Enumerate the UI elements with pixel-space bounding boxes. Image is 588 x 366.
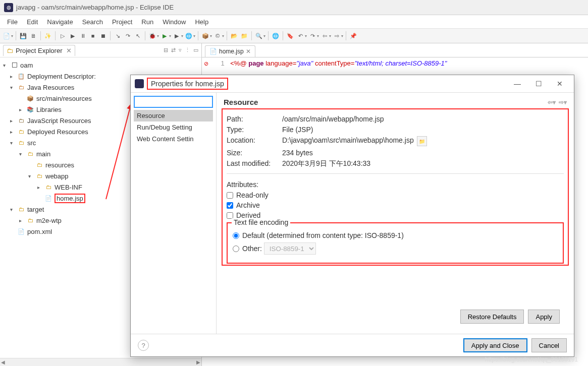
minimize-button[interactable]: — bbox=[507, 77, 527, 91]
encoding-title: Text file encoding bbox=[232, 218, 290, 226]
step-over-icon[interactable]: ↷ bbox=[123, 31, 132, 40]
back-icon[interactable]: ⇦ bbox=[320, 31, 329, 40]
menu-search[interactable]: Search bbox=[78, 17, 107, 27]
menu-run[interactable]: Run bbox=[137, 17, 157, 27]
nav-run-debug[interactable]: Run/Debug Setting bbox=[134, 121, 213, 133]
prev-edit-icon[interactable]: ↶ bbox=[296, 31, 305, 40]
path-label: Path: bbox=[227, 115, 282, 123]
type-value: File (JSP) bbox=[282, 126, 313, 134]
restore-defaults-button[interactable]: Restore Defaults bbox=[460, 310, 524, 324]
menu-window[interactable]: Window bbox=[158, 17, 190, 27]
apply-button[interactable]: Apply bbox=[528, 310, 560, 324]
window-title: javapg - oam/src/main/webapp/home.jsp - … bbox=[16, 4, 174, 11]
bookmark-icon[interactable]: 🔖 bbox=[286, 31, 295, 40]
deployed-icon: 🗀 bbox=[17, 128, 25, 136]
step-return-icon[interactable]: ↖ bbox=[133, 31, 142, 40]
encoding-other-label: Other: bbox=[242, 245, 262, 253]
archive-label: Archive bbox=[236, 201, 260, 209]
folder-icon: 🗀 bbox=[35, 161, 43, 169]
jsp-file-icon: 📄 bbox=[209, 48, 217, 55]
menu-bar: File Edit Navigate Search Project Run Wi… bbox=[0, 15, 588, 28]
error-icon: ⊘ bbox=[204, 60, 208, 67]
next-edit-icon[interactable]: ↷ bbox=[308, 31, 317, 40]
readonly-label: Read-only bbox=[236, 191, 269, 199]
tree-project-oam[interactable]: ▾🞎oam bbox=[0, 59, 201, 71]
editor-tab-home-jsp[interactable]: 📄 home.jsp ✕ bbox=[205, 45, 255, 57]
run-server-icon[interactable]: 🌐 bbox=[184, 31, 193, 40]
menu-file[interactable]: File bbox=[3, 17, 22, 27]
disconnect-icon[interactable]: ⏹ bbox=[98, 31, 108, 40]
new-pkg-icon[interactable]: 📦 bbox=[201, 31, 210, 40]
web-icon[interactable]: 🌐 bbox=[271, 31, 280, 40]
menu-project[interactable]: Project bbox=[108, 17, 136, 27]
window-titlebar: ◍ javapg - oam/src/main/webapp/home.jsp … bbox=[0, 0, 588, 15]
save-all-icon[interactable]: 🗎 bbox=[29, 31, 38, 40]
attributes-label: Attributes: bbox=[227, 180, 282, 189]
skip-icon[interactable]: ▷ bbox=[58, 31, 67, 40]
save-icon[interactable]: 💾 bbox=[19, 31, 28, 40]
location-value: D:\javapg\oam\src\main\webapp\home.jsp bbox=[282, 136, 414, 146]
debug-icon[interactable]: 🐞 bbox=[148, 31, 157, 40]
filter-icon[interactable]: ▿ bbox=[179, 47, 182, 53]
project-explorer-tab[interactable]: 🗀 Project Explorer ✕ bbox=[3, 45, 75, 56]
modified-value: 2020年3月9日 下午10:43:33 bbox=[282, 159, 370, 168]
cancel-button[interactable]: Cancel bbox=[531, 338, 567, 352]
close-tab-icon[interactable]: ✕ bbox=[66, 47, 72, 54]
step-into-icon[interactable]: ↘ bbox=[113, 31, 122, 40]
project-explorer-title: Project Explorer bbox=[16, 47, 62, 54]
collapse-all-icon[interactable]: ⊟ bbox=[164, 47, 168, 53]
tree-scrollbar[interactable]: ◀▶ bbox=[0, 358, 201, 366]
open-type-icon[interactable]: 📁 bbox=[240, 31, 249, 40]
nav-web-content[interactable]: Web Content Settin bbox=[134, 133, 213, 145]
forward-icon[interactable]: ⇨ bbox=[332, 31, 341, 40]
dialog-content: Resource ⇦▾ ⇨▾ Path:/oam/src/main/webapp… bbox=[217, 93, 574, 334]
wand-icon[interactable]: ✨ bbox=[43, 31, 52, 40]
location-label: Location: bbox=[227, 136, 282, 146]
new-icon[interactable]: 📄 bbox=[2, 31, 11, 40]
open-icon[interactable]: 📂 bbox=[230, 31, 239, 40]
encoding-select[interactable]: ISO-8859-1 bbox=[264, 242, 316, 255]
new-class-icon[interactable]: © bbox=[213, 31, 222, 40]
help-icon[interactable]: ? bbox=[138, 340, 149, 351]
eclipse-icon bbox=[135, 79, 144, 88]
descriptor-icon: 📋 bbox=[17, 72, 25, 80]
path-value: /oam/src/main/webapp/home.jsp bbox=[282, 115, 384, 123]
js-icon: 🗀 bbox=[17, 116, 25, 125]
menu-navigate[interactable]: Navigate bbox=[43, 17, 77, 27]
properties-dialog: Properties for home.jsp — ☐ ✕ Resource R… bbox=[130, 75, 574, 357]
dialog-nav: Resource Run/Debug Setting Web Content S… bbox=[131, 93, 217, 334]
minimize-icon[interactable]: ▭ bbox=[193, 47, 198, 53]
encoding-default-radio[interactable] bbox=[233, 232, 239, 239]
derived-checkbox[interactable] bbox=[227, 212, 233, 219]
watermark: https://blog.csdn.net/qq_38135191 bbox=[485, 356, 578, 363]
encoding-other-radio[interactable] bbox=[233, 246, 239, 252]
search-icon[interactable]: 🔍 bbox=[254, 31, 263, 40]
section-heading: Resource bbox=[224, 98, 258, 106]
pause-icon[interactable]: ⏸ bbox=[78, 31, 87, 40]
link-editor-icon[interactable]: ⇄ bbox=[171, 47, 176, 53]
coverage-icon[interactable]: ▶ bbox=[172, 31, 181, 40]
pin-icon[interactable]: 📌 bbox=[349, 31, 358, 40]
explorer-icon: 🗀 bbox=[7, 47, 14, 54]
menu-help[interactable]: Help bbox=[191, 17, 212, 27]
apply-and-close-button[interactable]: Apply and Close bbox=[463, 338, 527, 352]
view-menu-icon[interactable]: ⋮ bbox=[185, 47, 190, 53]
folder-icon: 🗀 bbox=[26, 216, 34, 224]
back-arrow-icon[interactable]: ⇦▾ bbox=[548, 99, 556, 106]
show-in-explorer-button[interactable]: 📁 bbox=[417, 136, 427, 146]
maximize-button[interactable]: ☐ bbox=[528, 77, 549, 91]
resume-icon[interactable]: ▶ bbox=[68, 31, 77, 40]
dialog-titlebar[interactable]: Properties for home.jsp — ☐ ✕ bbox=[131, 75, 574, 92]
run-icon[interactable]: ▶ bbox=[160, 31, 169, 40]
size-label: Size: bbox=[227, 149, 282, 157]
menu-edit[interactable]: Edit bbox=[23, 17, 42, 27]
close-button[interactable]: ✕ bbox=[550, 77, 570, 91]
readonly-checkbox[interactable] bbox=[227, 192, 233, 199]
filter-input[interactable] bbox=[134, 96, 213, 108]
forward-arrow-icon[interactable]: ⇨▾ bbox=[559, 99, 567, 106]
folder-icon: 🗀 bbox=[26, 150, 34, 158]
stop-icon[interactable]: ■ bbox=[88, 31, 97, 40]
archive-checkbox[interactable] bbox=[227, 202, 233, 209]
close-tab-icon[interactable]: ✕ bbox=[246, 48, 251, 55]
nav-resource[interactable]: Resource bbox=[134, 110, 213, 121]
